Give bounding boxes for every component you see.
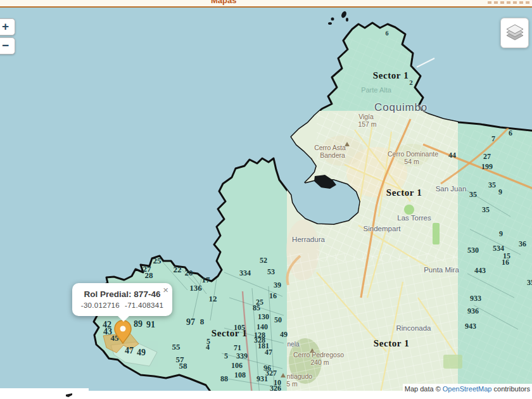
- popup-pointer: [117, 315, 130, 322]
- openstreetmap-link[interactable]: OpenStreetMap: [443, 385, 492, 393]
- zoom-control: + −: [0, 18, 15, 56]
- zoom-out-button[interactable]: −: [0, 37, 15, 54]
- attribution-text: Map data ©: [405, 385, 443, 393]
- top-nav-bar: Mapas: [0, 0, 532, 8]
- layers-icon: [505, 24, 524, 42]
- map-marker[interactable]: [114, 320, 132, 344]
- map-attribution: Map data © OpenStreetMap contributors: [403, 384, 532, 394]
- popup-title: Rol Predial: 877-46: [72, 289, 172, 299]
- map[interactable]: [0, 8, 532, 399]
- popup-coordinates: -30.012716-71.408341: [72, 301, 172, 309]
- zoom-in-button[interactable]: +: [0, 18, 15, 35]
- layers-button[interactable]: [500, 18, 529, 48]
- attribution-suffix: contributors: [491, 385, 530, 393]
- popup-close-icon[interactable]: ×: [163, 284, 168, 295]
- cropped-glyph: [66, 393, 72, 397]
- map-canvas: [0, 8, 532, 399]
- nav-item-cropped[interactable]: [488, 1, 529, 4]
- nav-item-mapas[interactable]: Mapas: [211, 0, 236, 5]
- app-window: Mapas: [0, 0, 532, 399]
- parcel-popup: × Rol Predial: 877-46 -30.012716-71.4083…: [72, 283, 172, 316]
- tile-edge-bottom-left: [0, 388, 89, 399]
